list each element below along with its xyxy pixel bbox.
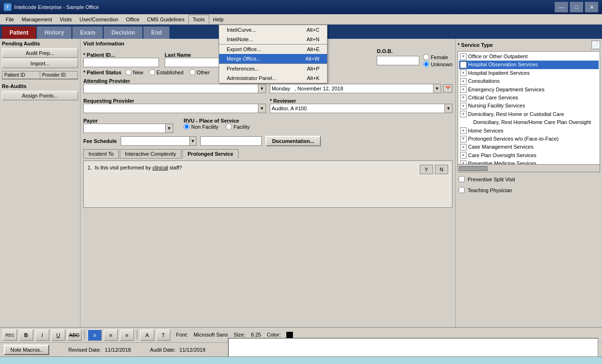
tree-item-office[interactable]: + Office or Other Outpatient (459, 53, 599, 61)
tree-item-case-mgmt[interactable]: + Case Management Services (459, 143, 599, 151)
menu-item-intellicurve[interactable]: InteliCurve... Alt+C (219, 25, 327, 35)
align-left-button[interactable]: ≡ (88, 329, 102, 341)
tree-item-hospital-inp[interactable]: + Hospital Inpatient Services (459, 69, 599, 77)
tree-expand-icon[interactable]: + (460, 127, 467, 134)
pos-facility-radio[interactable]: Facility (226, 124, 249, 130)
tree-item-nursing[interactable]: + Nursing Facility Services (459, 102, 599, 110)
tab-patient[interactable]: Patient (2, 27, 36, 39)
tree-item-domiciliary[interactable]: + Domiciliary, Rest Home or Custodial Ca… (459, 110, 599, 118)
fee-schedule-value-input[interactable] (200, 136, 262, 146)
visit-date-input[interactable] (270, 84, 433, 93)
tree-expand-icon[interactable]: + (460, 103, 467, 109)
tree-item-domiciliary-plan[interactable]: Domiciliary, Rest Home/Home Care Plan Ov… (459, 118, 599, 126)
tree-expand-icon[interactable]: + (460, 95, 467, 101)
status-new-radio[interactable]: New (125, 69, 143, 75)
tree-expand-icon[interactable]: + (460, 78, 467, 85)
tab-exam[interactable]: Exam (72, 27, 103, 39)
documentation-button[interactable]: Documentation... (266, 136, 321, 146)
align-center-button[interactable]: ≡ (104, 329, 118, 341)
payor-dropdown[interactable]: ▼ (83, 124, 173, 133)
menu-item-export-office[interactable]: Export Office... Alt+E (219, 44, 327, 54)
font-color-button[interactable]: T (156, 329, 170, 341)
minimize-button[interactable]: — (555, 2, 568, 12)
tree-item-emergency[interactable]: + Emergency Department Services (459, 86, 599, 94)
tab-incident-to[interactable]: Incident To (83, 149, 119, 159)
tree-item-care-plan[interactable]: + Care Plan Oversight Services (459, 151, 599, 160)
requesting-provider-dropdown[interactable]: ▼ (83, 104, 266, 113)
visit-date-dropdown[interactable]: ▼ (270, 84, 441, 93)
tree-expand-icon[interactable]: + (460, 111, 467, 117)
tree-expand-icon[interactable]: + (460, 53, 467, 60)
reviewer-arrow[interactable]: ▼ (444, 104, 452, 113)
no-button[interactable]: N (435, 165, 448, 174)
gender-female-radio[interactable]: Female (423, 54, 452, 60)
tab-end[interactable]: End (143, 27, 169, 39)
visit-date-cal-button[interactable]: 📅 (443, 84, 452, 93)
pos-non-facility-radio[interactable]: Non Facility (184, 124, 218, 130)
fee-schedule-input[interactable] (121, 137, 189, 145)
menu-visits[interactable]: Visits (56, 15, 76, 24)
h-scrollbar[interactable] (0, 356, 602, 364)
assign-points-button[interactable]: Assign Points... (2, 91, 78, 100)
menu-item-merge-office[interactable]: Merge Office... Alt+W (219, 54, 327, 63)
status-other-radio[interactable]: Other (189, 69, 210, 75)
reviewer-dropdown[interactable]: ▼ (270, 104, 452, 113)
tree-item-critical[interactable]: + Critical Care Services (459, 94, 599, 102)
tab-decision[interactable]: Decision (104, 27, 142, 39)
underline-button[interactable]: U (51, 329, 65, 341)
dob-input[interactable] (377, 56, 419, 65)
tab-interactive-complexity[interactable]: Interactive Complexity (120, 149, 181, 159)
tree-expand-icon[interactable]: + (460, 86, 467, 93)
tree-item-consultations[interactable]: + Consultations (459, 77, 599, 85)
tree-expand-icon[interactable]: + (460, 136, 467, 142)
tree-scroll-content[interactable]: + Office or Other Outpatient + Hospital … (458, 52, 600, 164)
attending-provider-arrow[interactable]: ▼ (258, 84, 266, 93)
menu-help[interactable]: Help (209, 15, 228, 24)
gender-unknown-radio[interactable]: Unknown (423, 61, 452, 67)
strikethrough-button[interactable]: ABC (67, 329, 81, 341)
payor-input[interactable] (84, 124, 165, 133)
font-size-button[interactable]: A (140, 329, 154, 341)
bold-button[interactable]: B (19, 329, 33, 341)
reviewer-input[interactable] (270, 104, 444, 113)
import-button[interactable]: Import... (2, 59, 78, 68)
requesting-provider-arrow[interactable]: ▼ (258, 104, 266, 113)
menu-management[interactable]: Management (18, 15, 56, 24)
menu-item-admin-panel[interactable]: Administrator Panel... Alt+K (219, 73, 327, 83)
tree-item-hospital-obs[interactable]: + Hospital Observation Services (459, 61, 599, 69)
tree-expand-icon[interactable]: + (460, 62, 467, 68)
fee-schedule-dropdown[interactable]: ▼ (121, 136, 196, 146)
tree-item-home[interactable]: + Home Services (459, 127, 599, 135)
patient-id-input[interactable] (83, 58, 159, 67)
tree-expand-icon[interactable]: + (460, 160, 467, 164)
payor-arrow[interactable]: ▼ (165, 124, 173, 133)
new-document-icon[interactable]: 📄 (592, 41, 600, 49)
menu-cms-guidelines[interactable]: CMS Guidelines (143, 15, 188, 24)
teaching-physician-checkbox[interactable] (459, 187, 465, 193)
menu-item-intellinote[interactable]: InteliNote... Alt+N (219, 35, 327, 44)
tree-item-preventive[interactable]: + Preventive Medicine Services (459, 160, 599, 164)
italic-button[interactable]: I (35, 329, 49, 341)
preventive-split-checkbox[interactable] (459, 176, 465, 182)
attending-provider-input[interactable] (84, 84, 258, 93)
tree-expand-icon[interactable]: + (460, 144, 467, 151)
menu-office[interactable]: Office (122, 15, 143, 24)
visit-date-arrow[interactable]: ▼ (433, 84, 441, 93)
tree-expand-icon[interactable]: + (460, 70, 467, 76)
tab-prolonged-service[interactable]: Prolonged Service (182, 149, 239, 159)
yes-button[interactable]: Y (420, 165, 433, 174)
close-button[interactable]: ✕ (585, 2, 598, 12)
menu-user-connection[interactable]: User/Connection (76, 15, 122, 24)
note-macros-button[interactable]: Note Macros.. (4, 345, 49, 355)
tree-expand-icon[interactable]: + (460, 152, 467, 159)
fee-schedule-arrow[interactable]: ▼ (189, 137, 196, 145)
maximize-button[interactable]: □ (570, 2, 583, 12)
status-established-radio[interactable]: Established (149, 69, 184, 75)
align-right-button[interactable]: ≡ (120, 329, 134, 341)
menu-tools[interactable]: Tools (188, 15, 209, 24)
menu-item-preferences[interactable]: Preferences... Alt+P (219, 63, 327, 73)
requesting-provider-input[interactable] (84, 104, 258, 113)
attending-provider-dropdown[interactable]: ▼ (83, 84, 266, 93)
record-button[interactable]: REC (3, 329, 17, 341)
audit-prep-button[interactable]: Audit Prep... (2, 48, 78, 58)
